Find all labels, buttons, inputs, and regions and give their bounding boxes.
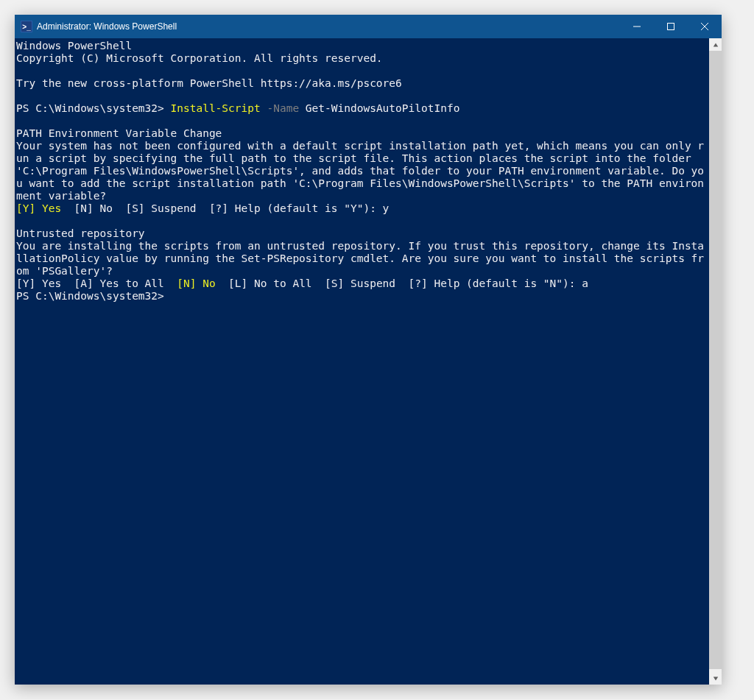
choice-default: [Y] Yes [16, 202, 61, 214]
section-header: Untrusted repository [16, 227, 145, 239]
choice-rest: [N] No [S] Suspend [?] Help (default is … [61, 202, 389, 214]
command-arg: Get-WindowsAutoPilotInfo [299, 102, 459, 114]
console-output[interactable]: Windows PowerShell Copyright (C) Microso… [15, 38, 709, 685]
powershell-icon: >_ [21, 21, 32, 32]
scroll-thumb[interactable] [709, 51, 722, 669]
vertical-scrollbar[interactable] [709, 38, 722, 685]
close-button[interactable] [688, 15, 722, 38]
command-param: -Name [261, 102, 299, 114]
banner-line: Try the new cross-platform PowerShell ht… [16, 77, 402, 89]
maximize-button[interactable] [654, 15, 688, 38]
scroll-down-button[interactable] [709, 672, 722, 685]
powershell-window: >_ Administrator: Windows PowerShell Win… [15, 15, 722, 685]
scroll-up-button[interactable] [709, 38, 722, 51]
svg-rect-0 [668, 24, 674, 30]
titlebar[interactable]: >_ Administrator: Windows PowerShell [15, 15, 722, 38]
choice-pre: [Y] Yes [A] Yes to All [16, 277, 177, 289]
minimize-button[interactable] [620, 15, 654, 38]
window-title: Administrator: Windows PowerShell [37, 21, 620, 32]
prompt-prefix: PS C:\Windows\system32> [16, 102, 171, 114]
command-verb: Install-Script [171, 102, 261, 114]
window-controls [620, 15, 722, 38]
section-body: You are installing the scripts from an u… [16, 240, 704, 277]
choice-post: [L] No to All [S] Suspend [?] Help (defa… [216, 277, 588, 289]
banner-line: Copyright (C) Microsoft Corporation. All… [16, 52, 383, 64]
section-body: Your system has not been configured with… [16, 140, 704, 202]
section-header: PATH Environment Variable Change [16, 127, 222, 139]
banner-line: Windows PowerShell [16, 40, 132, 52]
choice-default: [N] No [177, 277, 215, 289]
prompt: PS C:\Windows\system32> [16, 290, 164, 302]
console-area: Windows PowerShell Copyright (C) Microso… [15, 38, 722, 685]
